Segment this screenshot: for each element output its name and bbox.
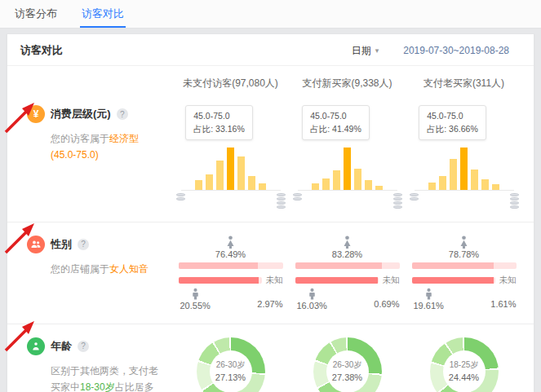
yuan-coin-icon: ¥: [27, 105, 45, 123]
gender-chart-unpaid: 76.49% 未知 20.55% 2.97%: [179, 236, 283, 311]
consumption-chart-old-buyers: 45.0-75.0 占比: 36.66%: [406, 105, 522, 209]
gender-highlight-text: 女人知音: [109, 263, 149, 275]
tab-visitor-distribution[interactable]: 访客分布: [15, 0, 57, 28]
bar: [195, 180, 202, 190]
female-icon: [341, 236, 353, 249]
help-icon[interactable]: ?: [78, 341, 89, 352]
gender-stacked-bar: [179, 277, 262, 284]
coin-stack-large-icon: [510, 193, 519, 209]
column-header-unpaid: 未支付访客(97,080人): [172, 77, 289, 90]
gender-stacked-bar: [295, 277, 379, 284]
histogram: [415, 148, 514, 191]
bar: [237, 156, 245, 189]
date-dropdown-label: 日期: [352, 44, 371, 58]
histogram: [298, 148, 397, 191]
bar: [259, 183, 266, 189]
help-icon[interactable]: ?: [78, 239, 89, 250]
bar: [439, 176, 446, 190]
donut-center-label: 18-25岁 24.44%: [443, 350, 486, 392]
male-icon: [307, 288, 317, 300]
axis-coin-icons: [293, 193, 402, 209]
male-icon: [423, 288, 434, 300]
axis-coin-icons: [176, 193, 286, 209]
column-header-row: 未支付访客(97,080人) 支付新买家(9,338人) 支付老买家(311人): [7, 66, 534, 92]
coin-stack-small-icon: [293, 193, 302, 209]
bar: [216, 161, 224, 189]
highlight-bar: [460, 148, 468, 190]
column-header-old-buyers: 支付老买家(311人): [406, 77, 522, 90]
age-chart-old-buyers: 18-25岁 24.44%: [406, 337, 522, 392]
female-bar: [179, 262, 283, 269]
chevron-down-icon: ▾: [375, 46, 379, 55]
consumption-chart-new-buyers: 45.0-75.0 占比: 41.49%: [289, 105, 406, 209]
male-percent: 16.03%: [297, 301, 327, 311]
unknown-label: 未知: [383, 275, 400, 286]
female-icon: [224, 236, 237, 249]
highlight-bar: [227, 148, 234, 190]
unknown-percent: 0.69%: [374, 299, 399, 309]
gender-chart-new-buyers: 83.28% 未知 16.03% 0.69%: [295, 236, 400, 311]
date-range-value[interactable]: 2019-07-30~2019-08-28: [403, 45, 509, 56]
chart-tooltip: 45.0-75.0 占比: 36.66%: [419, 105, 486, 140]
female-icon: [458, 236, 470, 249]
tab-visitor-comparison[interactable]: 访客对比: [82, 0, 124, 28]
visitor-comparison-panel: 访客对比 日期 ▾ 2019-07-30~2019-08-28 未支付访客(97…: [7, 33, 534, 392]
female-bar: [295, 262, 400, 269]
consumption-chart-unpaid: 45.0-75.0 占比: 33.16%: [172, 105, 289, 209]
age-label-block: 年龄 ? 区别于其他两类，支付老买家中18-30岁占比居多: [19, 337, 172, 392]
bar: [206, 174, 213, 190]
female-percent: 78.78%: [412, 249, 517, 259]
coin-stack-small-icon: [410, 193, 419, 209]
unknown-label: 未知: [266, 275, 283, 286]
consumption-row-title: 消费层级(元): [51, 107, 111, 121]
highlight-bar: [344, 148, 351, 190]
donut-center-label: 26-30岁 27.13%: [210, 350, 252, 392]
histogram: [181, 148, 281, 191]
people-icon: [27, 236, 45, 253]
female-percent: 83.28%: [295, 249, 400, 259]
bar: [471, 170, 478, 190]
coin-stack-large-icon: [393, 193, 402, 209]
bar: [428, 183, 436, 189]
consumption-label-block: ¥ 消费层级(元) ? 您的访客属于经济型(45.0-75.0): [19, 105, 172, 209]
gender-stacked-bar: [412, 277, 495, 284]
gender-chart-old-buyers: 78.78% 未知 19.61% 1.61%: [412, 236, 517, 311]
panel-title: 访客对比: [20, 43, 63, 58]
bar: [481, 179, 489, 189]
gender-row-title: 性别: [51, 237, 72, 252]
male-icon: [190, 288, 201, 300]
age-highlight-text: 18-30岁: [80, 381, 115, 392]
donut-center-label: 26-30岁 27.38%: [326, 350, 369, 392]
axis-coin-icons: [410, 193, 519, 209]
coin-stack-large-icon: [277, 193, 286, 209]
bar: [354, 169, 361, 190]
age-row-title: 年龄: [51, 339, 72, 354]
panel-header: 访客对比 日期 ▾ 2019-07-30~2019-08-28: [7, 34, 534, 66]
row-consumption-level: ¥ 消费层级(元) ? 您的访客属于经济型(45.0-75.0) 45.0-75…: [7, 92, 534, 222]
coin-stack-small-icon: [176, 193, 185, 209]
unknown-percent: 1.61%: [490, 299, 516, 309]
chart-tooltip: 45.0-75.0 占比: 41.49%: [302, 105, 369, 140]
unknown-label: 未知: [499, 275, 517, 286]
bar: [312, 183, 319, 190]
age-chart-unpaid: 26-30岁 27.13%: [172, 337, 289, 392]
bar: [365, 180, 372, 190]
bar: [333, 170, 340, 190]
gender-row-desc: 您的店铺属于女人知音: [27, 261, 162, 277]
male-percent: 19.61%: [414, 301, 444, 311]
age-row-desc: 区别于其他两类，支付老买家中18-30岁占比居多: [27, 363, 162, 392]
top-tab-bar: 访客分布 访客对比: [0, 0, 541, 29]
female-percent: 76.49%: [179, 249, 283, 259]
consumption-row-desc: 您的访客属于经济型(45.0-75.0): [27, 130, 162, 164]
bar: [450, 159, 457, 189]
bar: [322, 178, 330, 190]
row-age: 年龄 ? 区别于其他两类，支付老买家中18-30岁占比居多 26-30岁 27.…: [7, 324, 534, 392]
row-gender: 性别 ? 您的店铺属于女人知音 76.49% 未知 20.55%: [7, 222, 534, 324]
bar: [492, 184, 499, 189]
male-percent: 20.55%: [180, 301, 211, 311]
date-dropdown[interactable]: 日期 ▾: [352, 44, 379, 58]
bar: [248, 176, 255, 190]
person-icon: [27, 337, 45, 355]
help-icon[interactable]: ?: [117, 108, 128, 120]
chart-tooltip: 45.0-75.0 占比: 33.16%: [185, 105, 252, 140]
